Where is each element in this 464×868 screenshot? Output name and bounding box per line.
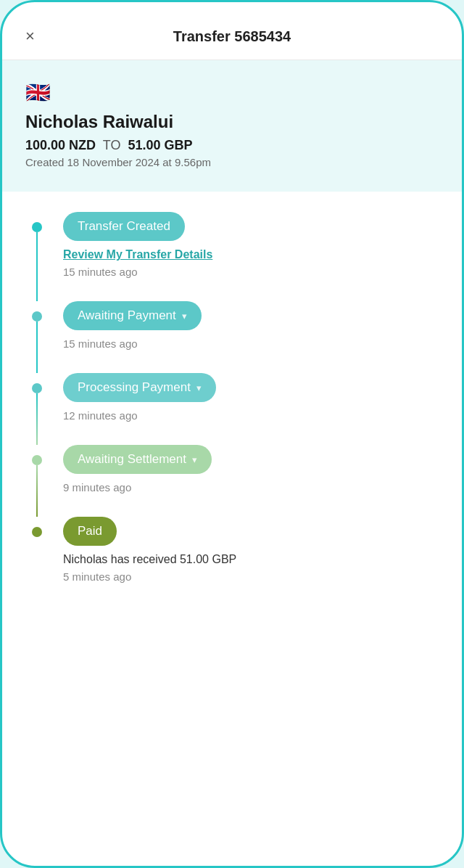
paid-description: Nicholas has received 51.00 GBP [63,553,439,566]
status-badge-awaiting-settlement[interactable]: Awaiting Settlement▾ [63,445,212,474]
phone-shell: × Transfer 5685434 🇬🇧 Nicholas Raiwalui … [0,0,464,868]
timeline-line-awaiting-settlement [36,465,38,517]
page-title: Transfer 5685434 [173,28,291,45]
timeline-dot-paid [32,527,42,537]
timeline-left-awaiting-payment [25,301,49,373]
header: × Transfer 5685434 [2,2,462,60]
timeline-dot-transfer-created [32,222,42,232]
timeline-content-awaiting-payment: Awaiting Payment▾15 minutes ago [63,301,439,373]
timeline-left-paid [25,517,49,583]
timeline-left-awaiting-settlement [25,445,49,517]
status-badge-paid: Paid [63,517,117,546]
review-link-transfer-created[interactable]: Review My Transfer Details [63,248,439,261]
timeline-item-paid: PaidNicholas has received 51.00 GBP5 min… [25,517,439,583]
timeline-time-transfer-created: 15 minutes ago [63,266,439,278]
status-badge-processing-payment[interactable]: Processing Payment▾ [63,373,216,402]
created-date: Created 18 November 2024 at 9.56pm [25,156,439,168]
recipient-name: Nicholas Raiwalui [25,112,439,132]
timeline-left-processing-payment [25,373,49,445]
transfer-banner: 🇬🇧 Nicholas Raiwalui 100.00 NZD TO 51.00… [2,60,462,192]
timeline-line-transfer-created [36,232,38,301]
transfer-amount: 100.00 NZD TO 51.00 GBP [25,138,439,153]
timeline-item-processing-payment: Processing Payment▾12 minutes ago [25,373,439,445]
timeline-dot-awaiting-settlement [32,455,42,465]
close-button[interactable]: × [25,28,35,44]
timeline-left-transfer-created [25,212,49,301]
timeline-content-paid: PaidNicholas has received 51.00 GBP5 min… [63,517,439,583]
timeline: Transfer CreatedReview My Transfer Detai… [2,192,462,866]
status-badge-transfer-created: Transfer Created [63,212,185,241]
timeline-item-awaiting-settlement: Awaiting Settlement▾9 minutes ago [25,445,439,517]
timeline-line-processing-payment [36,393,38,445]
dropdown-arrow-processing-payment[interactable]: ▾ [196,382,202,393]
dropdown-arrow-awaiting-payment[interactable]: ▾ [182,311,187,322]
flag-icon: 🇬🇧 [25,81,439,105]
timeline-dot-processing-payment [32,383,42,393]
timeline-time-awaiting-payment: 15 minutes ago [63,337,439,350]
amount-to: 51.00 GBP [128,138,192,152]
timeline-time-processing-payment: 12 minutes ago [63,409,439,422]
timeline-line-awaiting-payment [36,322,38,373]
status-badge-awaiting-payment[interactable]: Awaiting Payment▾ [63,301,202,330]
amount-from: 100.00 NZD [25,138,96,152]
timeline-dot-awaiting-payment [32,311,42,322]
timeline-time-paid: 5 minutes ago [63,570,439,583]
timeline-content-transfer-created: Transfer CreatedReview My Transfer Detai… [63,212,439,301]
dropdown-arrow-awaiting-settlement[interactable]: ▾ [192,454,197,465]
to-label: TO [99,138,128,152]
timeline-time-awaiting-settlement: 9 minutes ago [63,481,439,494]
timeline-item-transfer-created: Transfer CreatedReview My Transfer Detai… [25,212,439,301]
timeline-content-processing-payment: Processing Payment▾12 minutes ago [63,373,439,445]
timeline-content-awaiting-settlement: Awaiting Settlement▾9 minutes ago [63,445,439,517]
timeline-item-awaiting-payment: Awaiting Payment▾15 minutes ago [25,301,439,373]
